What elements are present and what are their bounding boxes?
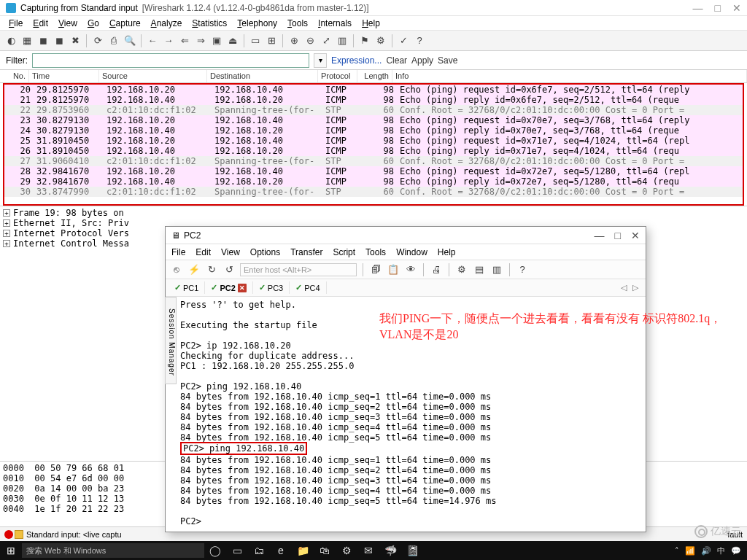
packet-row[interactable]: 2631.8910450192.168.10.40192.168.10.20IC…	[4, 146, 743, 156]
taskbar-app-4[interactable]: 📁	[292, 545, 314, 556]
tab-prev-icon[interactable]: ◁	[621, 283, 627, 292]
expand-icon[interactable]: +	[3, 240, 10, 247]
toolbar-btn-20[interactable]: ⚑	[358, 34, 371, 47]
expand-icon[interactable]: +	[3, 209, 10, 217]
packet-row[interactable]: 2832.9841670192.168.10.20192.168.10.40IC…	[4, 166, 743, 176]
taskbar-app-8[interactable]: 🦈	[379, 545, 401, 556]
packet-row[interactable]: 2430.8279130192.168.10.40192.168.10.20IC…	[4, 125, 743, 136]
copy-icon[interactable]: 🗐	[369, 263, 382, 276]
menu-capture[interactable]: Capture	[105, 17, 145, 30]
packet-row[interactable]: 2731.9060410c2:01:10:dc:f1:02Spanning-tr…	[4, 156, 743, 166]
menu-statistics[interactable]: Statistics	[187, 17, 231, 30]
pc2-menu-view[interactable]: View	[221, 247, 240, 257]
options-icon[interactable]: ⚙	[455, 263, 468, 276]
expand-icon[interactable]: +	[3, 230, 10, 237]
toolbar-btn-10[interactable]: ⇐	[178, 34, 191, 47]
taskbar-app-5[interactable]: 🛍	[314, 545, 336, 556]
menu-file[interactable]: File	[4, 17, 27, 30]
toolbar-btn-2[interactable]: ◼	[36, 34, 50, 47]
col-protocol[interactable]: Protocol	[318, 70, 357, 82]
host-input[interactable]: Enter host <Alt+R>	[240, 263, 357, 276]
save-link[interactable]: Save	[438, 55, 457, 66]
packet-row[interactable]: 2029.8125970192.168.10.20192.168.10.40IC…	[4, 85, 743, 95]
toolbar-btn-18[interactable]: ⤢	[320, 34, 333, 47]
tray-volume-icon[interactable]: 🔊	[701, 546, 711, 556]
toolbar-btn-13[interactable]: ⏏	[226, 34, 239, 47]
toolbar-btn-22[interactable]: ✓	[397, 34, 410, 47]
paste-icon[interactable]: 📋	[387, 263, 400, 276]
detail-row[interactable]: +Frame 19: 98 bytes on	[3, 208, 744, 218]
toolbar-btn-12[interactable]: ▣	[210, 34, 223, 47]
taskbar-app-3[interactable]: e	[270, 545, 292, 556]
toolbar-btn-3[interactable]: ◼	[53, 34, 66, 47]
pc2-menu-window[interactable]: Window	[396, 247, 427, 257]
minimize-icon[interactable]: —	[693, 2, 703, 14]
packet-list[interactable]: 2029.8125970192.168.10.20192.168.10.40IC…	[3, 83, 744, 206]
taskbar-app-2[interactable]: 🗂	[248, 545, 270, 556]
maximize-icon[interactable]: □	[715, 2, 721, 14]
toolbar-btn-14[interactable]: ▭	[249, 34, 262, 47]
pc2-maximize-icon[interactable]: □	[615, 230, 621, 241]
menu-edit[interactable]: Edit	[28, 17, 53, 30]
toolbar-btn-4[interactable]: ✖	[69, 34, 82, 47]
pc2-menu-script[interactable]: Script	[333, 247, 355, 257]
menu-internals[interactable]: Internals	[314, 17, 356, 30]
pc2-menu-edit[interactable]: Edit	[196, 247, 211, 257]
filter-dropdown-icon[interactable]: ▾	[314, 53, 327, 68]
toolbar-btn-23[interactable]: ?	[413, 34, 426, 47]
pc2-menu-file[interactable]: File	[171, 247, 185, 257]
menu-go[interactable]: Go	[83, 17, 104, 30]
menu-view[interactable]: View	[54, 17, 82, 30]
pc2-tab-pc1[interactable]: ✓PC1	[169, 281, 205, 294]
toolbar-btn-19[interactable]: ▥	[336, 34, 349, 47]
toolbar-btn-8[interactable]: ←	[146, 34, 159, 47]
tab-close-icon[interactable]: ✕	[238, 284, 247, 292]
connect-icon[interactable]: ⎋	[170, 263, 183, 276]
pc2-titlebar[interactable]: 🖥 PC2 — □ ✕	[166, 227, 646, 244]
col-no[interactable]: No.	[0, 70, 29, 82]
pc2-menu-options[interactable]: Options	[250, 247, 280, 257]
pc2-window[interactable]: 🖥 PC2 — □ ✕ FileEditViewOptionsTransferS…	[165, 226, 646, 532]
tray-ime-icon[interactable]: 中	[717, 545, 725, 556]
packet-row[interactable]: 2531.8910450192.168.10.20192.168.10.40IC…	[4, 136, 743, 146]
taskbar-app-7[interactable]: ✉	[357, 545, 379, 556]
tray-up-icon[interactable]: ˄	[675, 546, 679, 556]
toolbar-btn-21[interactable]: ⚙	[374, 34, 387, 47]
menu-help[interactable]: Help	[357, 17, 384, 30]
taskbar-app-6[interactable]: ⚙	[336, 545, 357, 556]
menu-tools[interactable]: Tools	[283, 17, 312, 30]
expression-link[interactable]: Expression...	[331, 55, 382, 66]
expand-icon[interactable]: +	[3, 219, 10, 227]
taskbar-app-0[interactable]: ◯	[204, 545, 226, 556]
packet-row[interactable]: 2932.9841670192.168.10.40192.168.10.20IC…	[4, 176, 743, 187]
apply-link[interactable]: Apply	[411, 55, 433, 66]
toolbar-btn-7[interactable]: 🔍	[123, 34, 136, 47]
packet-row[interactable]: 3033.8747990c2:01:10:dc:f1:02Spanning-tr…	[4, 187, 743, 197]
toolbar-btn-5[interactable]: ⟳	[91, 34, 104, 47]
toolbar-btn-1[interactable]: ▦	[20, 34, 34, 47]
quick-connect-icon[interactable]: ⚡	[187, 263, 201, 276]
col-time[interactable]: Time	[29, 70, 99, 82]
clear-link[interactable]: Clear	[386, 55, 407, 66]
disconnect-icon[interactable]: ↺	[222, 263, 236, 276]
toolbar-btn-6[interactable]: ⎙	[107, 34, 120, 47]
pc2-minimize-icon[interactable]: —	[595, 230, 605, 241]
packet-row[interactable]: 2129.8125970192.168.10.40192.168.10.20IC…	[4, 95, 743, 105]
col-info[interactable]: Info	[392, 70, 747, 82]
find-icon[interactable]: 👁	[404, 263, 417, 276]
toolbar-btn-17[interactable]: ⊖	[303, 34, 317, 47]
toolbar-btn-0[interactable]: ◐	[4, 34, 18, 47]
toolbar-btn-9[interactable]: →	[162, 34, 175, 47]
col-length[interactable]: Length	[357, 70, 392, 82]
session-icon[interactable]: ▤	[473, 263, 486, 276]
tab-next-icon[interactable]: ▷	[632, 283, 638, 292]
pc2-close-icon[interactable]: ✕	[631, 230, 640, 241]
pc2-tab-pc3[interactable]: ✓PC3	[253, 281, 290, 294]
session-manager-tab[interactable]: Session Manager	[165, 297, 177, 384]
col-destination[interactable]: Destination	[207, 70, 318, 82]
toolbar-btn-15[interactable]: ⊞	[265, 34, 278, 47]
toolbar-btn-11[interactable]: ⇒	[194, 34, 207, 47]
tray-notification-icon[interactable]: 💬	[731, 546, 741, 556]
tray-network-icon[interactable]: 📶	[685, 546, 695, 556]
packet-row[interactable]: 2330.8279130192.168.10.20192.168.10.40IC…	[4, 115, 743, 125]
